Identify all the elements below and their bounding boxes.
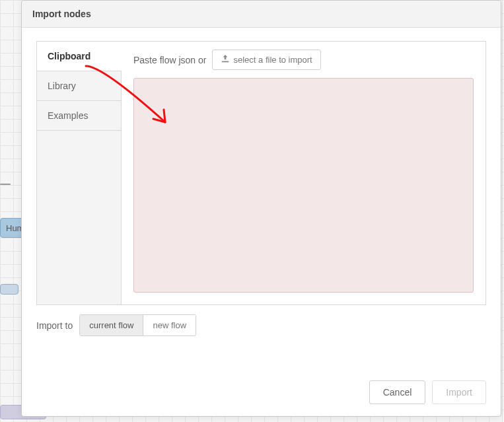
- bg-wire: [0, 184, 11, 185]
- upload-icon: [221, 54, 230, 65]
- import-button[interactable]: Import: [432, 380, 486, 404]
- paste-instruction-text: Paste flow json or: [133, 55, 207, 65]
- import-panel: Clipboard Library Examples Paste flow js…: [36, 41, 486, 305]
- clipboard-pane: Paste flow json or select a file to impo…: [122, 42, 486, 304]
- source-tabs: Clipboard Library Examples: [37, 42, 122, 304]
- import-target-row: Import to current flow new flow: [36, 314, 486, 336]
- paste-instruction-row: Paste flow json or select a file to impo…: [133, 50, 474, 70]
- import-target-segmented: current flow new flow: [79, 314, 196, 336]
- flow-json-textarea[interactable]: [133, 78, 474, 293]
- dialog-title: Import nodes: [22, 1, 501, 28]
- cancel-button[interactable]: Cancel: [369, 380, 426, 404]
- dialog-footer: Cancel Import: [22, 374, 501, 416]
- tab-clipboard[interactable]: Clipboard: [37, 42, 121, 71]
- select-file-button[interactable]: select a file to import: [212, 50, 321, 70]
- dialog-body: Clipboard Library Examples Paste flow js…: [22, 28, 501, 374]
- tabs-filler: [37, 131, 121, 304]
- target-new-flow[interactable]: new flow: [143, 315, 196, 335]
- bg-node-humidity: Humi: [0, 218, 23, 238]
- bg-wire: [0, 284, 18, 295]
- select-file-label: select a file to import: [234, 55, 312, 65]
- tab-library[interactable]: Library: [37, 71, 121, 101]
- tab-examples[interactable]: Examples: [37, 101, 121, 131]
- import-to-label: Import to: [36, 320, 73, 331]
- import-dialog: Import nodes Clipboard Library Examples …: [21, 0, 501, 417]
- target-current-flow[interactable]: current flow: [80, 315, 143, 335]
